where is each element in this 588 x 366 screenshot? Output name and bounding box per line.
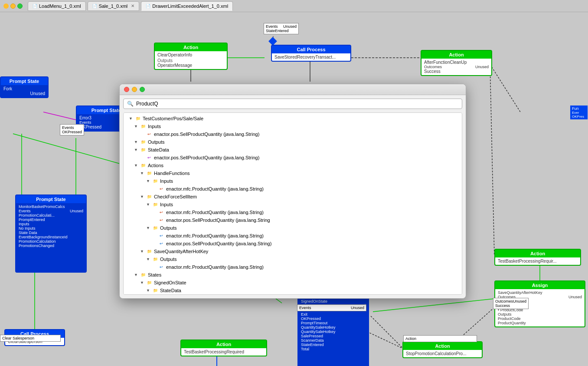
- node-clearoperatorinfo-header: Action: [155, 43, 227, 51]
- close-button[interactable]: [17, 3, 23, 9]
- tree-saveqty-outputs[interactable]: ▼ 📁 Outputs: [124, 255, 462, 263]
- node-monitorbasket-title: MonitorBasketPromoCalcs: [19, 204, 83, 209]
- tree-cf-inputs-item1[interactable]: ↩ enactor.mfc.ProductQuantity (java.lang…: [124, 208, 462, 216]
- node-saverecovery[interactable]: Call Process SaveStoredRecoveryTransact.…: [271, 45, 351, 62]
- node-stopprom-title: StopPromotionCalculationPro...: [403, 350, 482, 357]
- tab-close-sale[interactable]: ✕: [131, 3, 134, 8]
- node-monitorbasket-statedata-label: State Data: [19, 231, 83, 235]
- events-unused-signedon: EventsUnused: [297, 304, 366, 311]
- tree-checkforce-label: CheckForceSellItem: [154, 194, 197, 199]
- node-signedonstate-okpressed: OKPressed: [301, 317, 366, 321]
- node-testbasket-right[interactable]: Action TestBasketProcessingRequir...: [494, 249, 581, 266]
- node-afterfunction-outcomes-value: Success: [424, 69, 489, 74]
- node-afterfunction[interactable]: Action AfterFunctionCleanUp Outcomes Unu…: [421, 50, 492, 76]
- node-testbasket-right-title: TestBasketProcessingRequir...: [495, 257, 580, 265]
- svg-line-9: [490, 64, 520, 112]
- tree-actions[interactable]: ▼ 📁 Actions: [124, 162, 462, 169]
- tree-cf-inputs-item2[interactable]: ↩ enactor.pos.SellProductQuantity (java.…: [124, 216, 462, 224]
- node-signedonstate-title: SignedOnState: [301, 299, 366, 303]
- fullscreen-button[interactable]: [10, 3, 16, 9]
- node-monitorbasket-inputs-value: No Inputs: [19, 226, 83, 231]
- canvas: Events Unused StateEntered Action ClearO…: [0, 12, 588, 366]
- fun-label: Fun: [572, 106, 586, 111]
- action-bottom-text: Action: [405, 336, 475, 341]
- tree-hf-inputs-item1[interactable]: ↩ enactor.mfc.ProductQuantity (java.lang…: [124, 185, 462, 193]
- dialog-minimize-btn[interactable]: [132, 87, 137, 92]
- tab-drawerLimit[interactable]: 📄 DrawerLimitExceededAlert_1_0.xml: [141, 1, 233, 11]
- tree-root-toggle[interactable]: ▼: [129, 116, 133, 121]
- node-monitorbasket-sd1: EventBackgroundInstanceId: [19, 235, 83, 239]
- outcomes-unused-row: OutcomesUnused: [495, 299, 526, 303]
- tree-signedon-sd-item1[interactable]: ↩ enactor.mfc.ProductQuantity (java.lang…: [124, 294, 462, 295]
- node-afterfunction-header: Action: [421, 51, 491, 59]
- tree-cf-outputs-item1[interactable]: ↩ enactor.mfc.ProductQuantity (java.lang…: [124, 232, 462, 240]
- tab-sale[interactable]: 📄 Sale_1_0.xml ✕: [88, 1, 140, 11]
- node-monitorbasket-events: Events Unused: [19, 209, 83, 213]
- node-monitorbasket-sd2: PromotionCalculation: [19, 239, 83, 244]
- node-testbasket-bottom[interactable]: Action TestBasketProcessingRequired: [180, 340, 267, 356]
- node-monitorbasket-ev1: PromotionCalculati...: [19, 213, 83, 218]
- events-top-line2: StateEntered: [266, 29, 297, 33]
- tree-saveqty[interactable]: ▼ 📁 SaveQuantityAfterHotKey: [124, 247, 462, 255]
- tree-outputs[interactable]: ▼ 📁 Outputs: [124, 138, 462, 146]
- svg-line-8: [371, 316, 403, 349]
- tree-signedon-statedata-label: StateData: [160, 288, 181, 293]
- node-clearoperatorinfo[interactable]: Action ClearOperatorInfo Outputs Operato…: [154, 43, 228, 70]
- tree-signedon[interactable]: ▼ 📁 SignedOnState: [124, 279, 462, 287]
- tree-handlefunctions[interactable]: ▼ 📁 HandleFunctions: [124, 169, 462, 177]
- node-signedonstate[interactable]: Prompt State ⚠ SignedOnState Events Unus…: [297, 289, 369, 366]
- tree-handlefunctions-label: HandleFunctions: [154, 171, 190, 176]
- dialog-close-btn[interactable]: [124, 87, 129, 92]
- node-signedonstate-total: Total: [301, 347, 366, 351]
- node-stopprom[interactable]: Action StopPromotionCalculationPro...: [402, 341, 483, 358]
- search-dialog: 🔍 ▼ 📁 TestCustomer/Pos/Sale/Sale ▼ 📁 Inp…: [119, 84, 466, 299]
- outcomes-unused-value: Success: [495, 303, 526, 308]
- events-unused-signedon-row: EventsUnused: [299, 306, 364, 310]
- tree-cf-inputs-item1-label: enactor.mfc.ProductQuantity (java.lang.S…: [166, 210, 264, 215]
- tree-signedon-statedata[interactable]: ▼ 📁 StateData: [124, 287, 462, 294]
- tree-inputs-item1[interactable]: ↩ enactor.pos.SellProductQuantity (java.…: [124, 130, 462, 138]
- search-input[interactable]: [136, 101, 458, 107]
- node-stopprom-header: Action: [403, 342, 482, 350]
- svg-line-2: [43, 112, 76, 120]
- tree-cf-outputs[interactable]: ▼ 📁 Outputs: [124, 224, 462, 232]
- node-monitorbasket-sd3: PromotionsChanged: [19, 244, 83, 248]
- tree-saveqty-label: SaveQuantityAfterHotKey: [154, 249, 208, 254]
- tree-cf-outputs-item2[interactable]: ↩ enactor.pos.SellProductQuantity (java.…: [124, 240, 462, 247]
- node-promptstate-fork[interactable]: Prompt State Fork Unused: [0, 76, 49, 98]
- tab-bar: 📄 LoadMenu_1_0.xml 📄 Sale_1_0.xml ✕ 📄 Dr…: [0, 0, 588, 12]
- events-top-line1: Events Unused: [266, 24, 297, 29]
- node-monitorbasket[interactable]: Prompt State MonitorBasketPromoCalcs Eve…: [15, 195, 87, 273]
- tree-checkforce[interactable]: ▼ 📁 CheckForceSellItem: [124, 193, 462, 201]
- node-assign-out2: ProductQuantity: [498, 321, 582, 325]
- tree-root[interactable]: ▼ 📁 TestCustomer/Pos/Sale/Sale: [124, 115, 462, 122]
- dialog-maximize-btn[interactable]: [140, 87, 145, 92]
- svg-line-11: [373, 299, 494, 312]
- tree-inputs[interactable]: ▼ 📁 Inputs: [124, 122, 462, 130]
- tree-cf-outputs-item1-label: enactor.mfc.ProductQuantity (java.lang.S…: [166, 233, 264, 238]
- tree-signedon-label: SignedOnState: [154, 280, 186, 285]
- node-signedonstate-scannerdata: ScannerData: [301, 338, 366, 343]
- tree-statedata-item1[interactable]: ↩ enactor.pos.SellProductQuantity (java.…: [124, 154, 462, 162]
- node-signedonstate-prompttimeout: PromptTimeout: [301, 321, 366, 325]
- tab-loadmenu[interactable]: 📄 LoadMenu_1_0.xml: [28, 1, 86, 11]
- node-testbasket-bottom-title: TestBasketProcessingRequired: [181, 348, 266, 356]
- tree-saveqty-outputs-item1[interactable]: ↩ enactor.mfc.ProductQuantity (java.lang…: [124, 263, 462, 271]
- tree-statedata[interactable]: ▼ 📁 StateData: [124, 146, 462, 154]
- tree-hf-inputs[interactable]: ▼ 📁 Inputs: [124, 177, 462, 185]
- tree-container[interactable]: ▼ 📁 TestCustomer/Pos/Sale/Sale ▼ 📁 Input…: [123, 112, 462, 295]
- events-top-box: Events Unused StateEntered: [264, 23, 299, 34]
- connector-diamond-top: [268, 37, 277, 46]
- tree-inputs-label: Inputs: [148, 124, 161, 129]
- node-assign-title: SaveQuantityAfterHotKey: [498, 290, 582, 295]
- window-controls: [3, 3, 23, 9]
- tree-states[interactable]: ▼ 📁 States: [124, 271, 462, 279]
- minimize-button[interactable]: [3, 3, 9, 9]
- search-box[interactable]: 🔍: [123, 99, 462, 109]
- node-saverecovery-title: SaveStoredRecoveryTransact...: [272, 53, 350, 61]
- tree-root-icon: 📁: [135, 115, 141, 122]
- tree-actions-label: Actions: [148, 163, 163, 168]
- tree-cf-inputs[interactable]: ▼ 📁 Inputs: [124, 201, 462, 208]
- node-signedonstate-qtyhotkey1: QuantitySaleHotkey: [301, 325, 366, 330]
- node-monitorbasket-inputs-label: Inputs: [19, 222, 83, 226]
